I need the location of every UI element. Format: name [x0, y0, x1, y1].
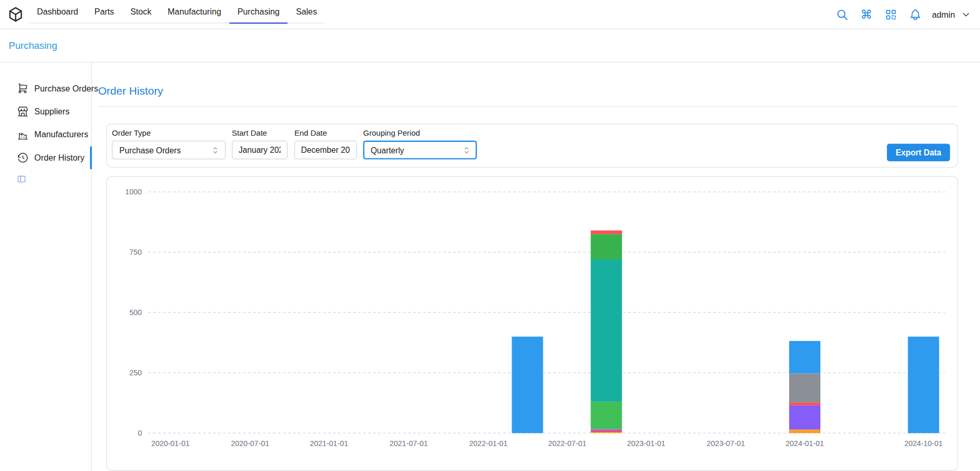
sidebar-active-indicator	[90, 146, 92, 169]
start-date-label: Start Date	[232, 129, 288, 138]
svg-text:2023-07-01: 2023-07-01	[707, 439, 745, 448]
svg-text:2021-07-01: 2021-07-01	[389, 439, 428, 448]
end-date-input[interactable]	[294, 140, 357, 159]
building-factory-icon	[17, 129, 29, 141]
qr-scan-icon[interactable]	[883, 7, 898, 22]
nav-tab-dashboard[interactable]: Dashboard	[29, 5, 86, 24]
nav-tab-sales[interactable]: Sales	[288, 5, 325, 24]
sidebar-item-label: Suppliers	[34, 107, 70, 116]
top-navbar: Dashboard Parts Stock Manufacturing Purc…	[0, 0, 980, 30]
shopping-cart-icon	[17, 83, 29, 95]
chevron-down-icon	[961, 9, 971, 19]
svg-text:2021-01-01: 2021-01-01	[310, 439, 348, 448]
end-date-label: End Date	[294, 129, 357, 138]
building-store-icon	[17, 106, 29, 117]
svg-text:750: 750	[129, 248, 142, 256]
main-nav-tabs: Dashboard Parts Stock Manufacturing Purc…	[29, 5, 325, 24]
svg-text:250: 250	[129, 369, 142, 377]
history-clock-icon	[17, 152, 29, 164]
selector-icon	[211, 146, 220, 155]
sidebar-item-label: Manufacturers	[34, 130, 88, 139]
sidebar-item-order-history[interactable]: Order History	[0, 146, 92, 169]
breadcrumb: Purchasing	[0, 30, 980, 63]
order-type-label: Order Type	[112, 129, 226, 138]
order-type-value: Purchase Orders	[120, 146, 181, 155]
nav-tab-stock[interactable]: Stock	[122, 5, 160, 24]
grouping-period-label: Grouping Period	[363, 129, 477, 138]
sidebar-item-purchase-orders[interactable]: Purchase Orders	[0, 77, 92, 100]
nav-tab-parts[interactable]: Parts	[86, 5, 122, 24]
order-history-chart-panel: 025050075010002020-01-012020-07-012021-0…	[106, 176, 958, 470]
start-date-input[interactable]	[232, 140, 288, 159]
svg-text:500: 500	[129, 308, 142, 317]
search-icon[interactable]	[834, 7, 850, 22]
svg-text:2020-01-01: 2020-01-01	[151, 439, 190, 448]
sidebar-item-manufacturers[interactable]: Manufacturers	[0, 123, 92, 146]
sidebar-item-suppliers[interactable]: Suppliers	[0, 100, 92, 123]
svg-text:2022-01-01: 2022-01-01	[469, 439, 508, 448]
sidebar-collapse-icon[interactable]	[17, 174, 26, 184]
command-icon[interactable]: ⌘	[859, 7, 874, 22]
app-root: Dashboard Parts Stock Manufacturing Purc…	[0, 0, 980, 471]
page-title: Order History	[98, 84, 163, 97]
svg-text:2023-01-01: 2023-01-01	[627, 439, 665, 448]
grouping-period-value: Quarterly	[371, 146, 404, 155]
order-type-select[interactable]: Purchase Orders	[112, 140, 226, 159]
export-data-button[interactable]: Export Data	[887, 144, 950, 162]
user-menu[interactable]: admin	[932, 9, 971, 19]
selector-icon	[462, 146, 471, 155]
sidebar: Purchase Orders Suppliers Manufacturers	[0, 62, 92, 471]
grouping-period-select[interactable]: Quarterly	[363, 140, 477, 159]
svg-text:2024-10-01: 2024-10-01	[904, 439, 943, 448]
svg-text:0: 0	[138, 429, 142, 437]
filter-panel: Order Type Purchase Orders Start Date En…	[106, 124, 958, 167]
notifications-bell-icon[interactable]	[908, 7, 923, 22]
topbar-actions: ⌘ admin	[834, 7, 971, 22]
nav-tab-manufacturing[interactable]: Manufacturing	[160, 5, 229, 24]
app-logo-icon	[6, 5, 25, 24]
sidebar-item-label: Purchase Orders	[34, 84, 98, 93]
order-history-chart: 025050075010002020-01-012020-07-012021-0…	[112, 180, 953, 462]
svg-text:2022-07-01: 2022-07-01	[548, 439, 586, 448]
svg-text:1000: 1000	[125, 188, 142, 196]
title-divider	[98, 106, 958, 107]
nav-tab-purchasing[interactable]: Purchasing	[229, 5, 288, 24]
breadcrumb-purchasing-link[interactable]: Purchasing	[9, 40, 57, 51]
sidebar-item-label: Order History	[34, 153, 84, 163]
username-label: admin	[932, 10, 955, 19]
svg-text:2020-07-01: 2020-07-01	[231, 439, 269, 448]
svg-text:2024-01-01: 2024-01-01	[786, 439, 824, 448]
